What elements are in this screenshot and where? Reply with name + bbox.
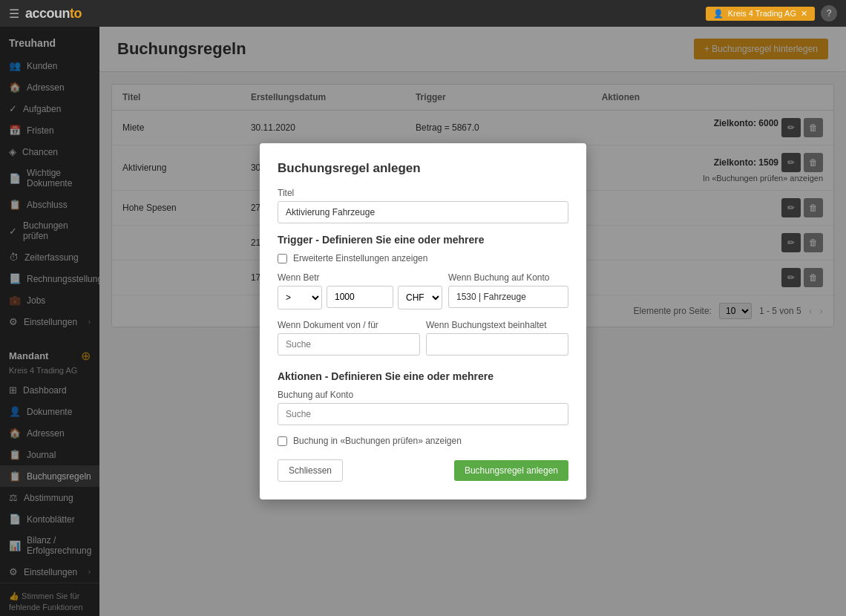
trigger-inputs: > >= = <= < CHF EUR USD (278, 286, 442, 309)
wenn-buchungstext-label: Wenn Buchungstext beinhaltet (426, 320, 568, 330)
topbar: ☰ accounto 👤 Kreis 4 Trading AG ✕ ? (0, 0, 846, 27)
logo: accounto (25, 6, 82, 22)
trigger-row: Wenn Betr > >= = <= < CHF EUR USD (278, 272, 568, 320)
buchung-checkbox-label: Buchung in «Buchungen prüfen» anzeigen (293, 436, 462, 446)
buchung-pruefen-checkbox[interactable] (278, 436, 287, 446)
buchung-konto-group: Buchung auf Konto (278, 390, 568, 425)
advanced-checkbox-label: Erweiterte Einstellungen anzeigen (293, 253, 427, 263)
title-input[interactable] (278, 201, 568, 223)
trigger-section-title: Trigger - Definieren Sie eine oder mehre… (278, 234, 568, 246)
wenn-dokument-label: Wenn Dokument von / für (278, 320, 420, 330)
currency-select[interactable]: CHF EUR USD (398, 286, 442, 309)
wenn-betr-group: Wenn Betr > >= = <= < CHF EUR USD (278, 272, 442, 309)
hamburger-icon[interactable]: ☰ (9, 7, 19, 21)
wenn-buchung-label: Wenn Buchung auf Konto (448, 272, 568, 283)
user-close-icon[interactable]: ✕ (801, 9, 807, 19)
buchung-konto-search[interactable] (278, 403, 568, 425)
modal-dialog: Buchungsregel anlegen Titel Trigger - De… (260, 143, 586, 499)
modal-footer: Schliessen Buchungsregel anlegen (278, 459, 568, 482)
save-buchungsregel-button[interactable]: Buchungsregel anlegen (454, 460, 568, 481)
konto-input[interactable] (448, 286, 568, 308)
buchungstext-input[interactable] (426, 333, 568, 355)
modal-overlay[interactable]: Buchungsregel anlegen Titel Trigger - De… (0, 27, 846, 616)
wenn-buchungstext-group: Wenn Buchungstext beinhaltet (426, 320, 568, 355)
modal-title: Buchungsregel anlegen (278, 161, 568, 176)
dokument-row: Wenn Dokument von / für Wenn Buchungstex… (278, 320, 568, 366)
buchung-checkbox-row: Buchung in «Buchungen prüfen» anzeigen (278, 436, 568, 446)
title-field-group: Titel (278, 188, 568, 223)
advanced-settings-checkbox[interactable] (278, 254, 287, 263)
cancel-button[interactable]: Schliessen (278, 459, 343, 482)
operator-select[interactable]: > >= = <= < (278, 286, 322, 309)
help-button[interactable]: ? (821, 5, 837, 22)
wenn-dokument-group: Wenn Dokument von / für (278, 320, 420, 355)
buchung-konto-label: Buchung auf Konto (278, 390, 568, 400)
user-badge: 👤 Kreis 4 Trading AG ✕ (706, 7, 815, 21)
aktionen-section-title: Aktionen - Definieren Sie eine oder mehr… (278, 370, 568, 382)
wenn-betr-label: Wenn Betr (278, 272, 442, 283)
advanced-checkbox-row: Erweiterte Einstellungen anzeigen (278, 253, 568, 263)
title-label: Titel (278, 188, 568, 198)
topbar-right: 👤 Kreis 4 Trading AG ✕ ? (706, 5, 837, 22)
dokument-search-input[interactable] (278, 333, 420, 355)
wenn-buchung-group: Wenn Buchung auf Konto (448, 272, 568, 309)
topbar-left: ☰ accounto (9, 6, 82, 22)
user-avatar: 👤 (713, 9, 724, 19)
amount-input[interactable] (327, 286, 393, 308)
user-name: Kreis 4 Trading AG (728, 9, 796, 18)
